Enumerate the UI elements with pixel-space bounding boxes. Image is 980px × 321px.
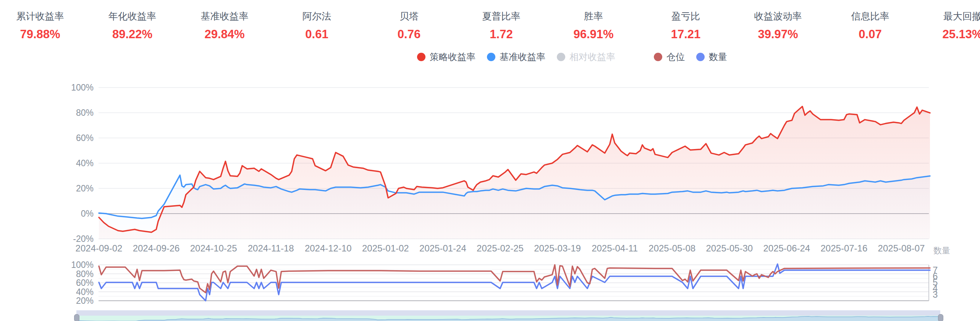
x-axis-label: 2025-05-08 <box>648 243 695 253</box>
quantity-line[interactable] <box>99 264 930 301</box>
position-line[interactable] <box>99 265 930 293</box>
x-axis-label: 2025-05-30 <box>706 243 753 253</box>
datazoom-right-handle[interactable] <box>938 314 943 321</box>
datazoom-left-handle[interactable] <box>74 314 79 321</box>
main-y-axis-label: 20% <box>76 183 94 193</box>
datazoom-track[interactable] <box>76 310 940 316</box>
strategy-area <box>99 107 930 239</box>
datazoom-preview-chart <box>76 316 940 321</box>
x-axis-label: 2024-09-02 <box>76 243 123 253</box>
x-axis-label: 2024-10-25 <box>190 243 237 253</box>
x-axis-label: 2025-01-24 <box>419 243 466 253</box>
datazoom-preview[interactable] <box>76 316 940 321</box>
x-axis-label: 2025-08-07 <box>878 243 925 253</box>
main-y-axis-label: 80% <box>76 108 94 118</box>
main-y-axis-label: 40% <box>76 158 94 168</box>
x-axis-label: 2025-07-16 <box>821 243 868 253</box>
main-y-axis-label: 60% <box>76 133 94 143</box>
navigator-preview-area <box>76 316 940 321</box>
quantity-axis-label: 3 <box>933 289 938 300</box>
position-y-axis-label: 20% <box>76 296 94 306</box>
quantity-axis-title: 数量 <box>933 246 950 255</box>
position-y-axis-label: 60% <box>76 278 94 288</box>
position-y-axis-label: 40% <box>76 287 94 297</box>
position-y-axis-label: 80% <box>76 269 94 279</box>
main-y-axis-label: -20% <box>73 234 94 244</box>
x-axis-label: 2025-06-24 <box>763 243 810 253</box>
x-axis-label: 2025-02-25 <box>477 243 524 253</box>
x-axis-label: 2024-12-10 <box>305 243 352 253</box>
x-axis-label: 2024-11-18 <box>248 243 294 253</box>
strategy-performance-dashboard: 累计收益率79.88%年化收益率89.22%基准收益率29.84%阿尔法0.61… <box>0 0 980 321</box>
x-axis-label: 2025-03-19 <box>534 243 581 253</box>
charts-canvas[interactable]: 100%80%60%40%20%0%-20%2024-09-022024-09-… <box>0 0 980 321</box>
x-axis-label: 2025-04-11 <box>592 243 638 253</box>
main-y-axis-label: 100% <box>71 83 94 92</box>
main-y-axis-label: 0% <box>81 209 94 219</box>
position-y-axis-label: 100% <box>71 260 94 270</box>
x-axis-label: 2025-01-02 <box>362 243 409 253</box>
x-axis-label: 2024-09-26 <box>133 243 180 253</box>
